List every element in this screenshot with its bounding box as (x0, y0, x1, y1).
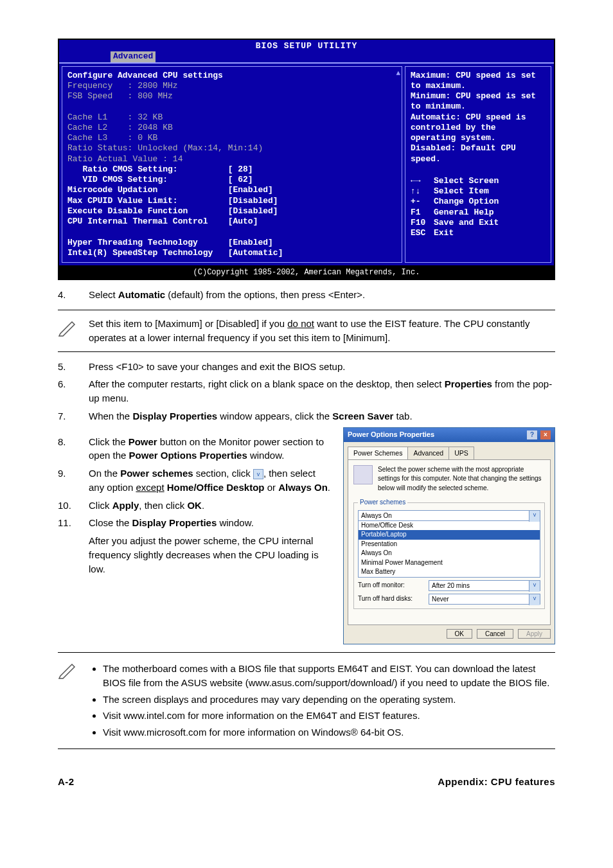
bios-setting-row: Max CPUID Value Limit: [Disabled] (67, 196, 396, 206)
note-item: Visit www.microsoft.com for more informa… (103, 725, 555, 740)
dropdown-option[interactable]: Home/Office Desk (359, 521, 540, 531)
dropdown-option[interactable]: Max Battery (359, 567, 540, 577)
step-text: Click Apply, then click OK. (89, 499, 333, 513)
bios-key-hint: F1General Help (411, 208, 546, 218)
tab-power-schemes[interactable]: Power Schemes (348, 447, 408, 460)
note-item: Visit www.intel.com for more information… (103, 709, 555, 723)
bios-help-text: Maximum: CPU speed is set to maximum. Mi… (411, 71, 546, 164)
bios-setting-row: Intel(R) SpeedStep Technology [Automatic… (67, 248, 396, 258)
step-text: Press <F10> to save your changes and exi… (89, 360, 555, 374)
step-text: After the computer restarts, right click… (89, 377, 555, 405)
bios-info-line: Ratio Actual Value : 14 (67, 154, 396, 164)
power-scheme-select[interactable]: Always On v (358, 510, 540, 521)
note-box: The motherboard comes with a BIOS file t… (58, 652, 555, 749)
step-number: 10. (58, 499, 89, 513)
bios-info-line: Ratio Status: Unlocked (Max:14, Min:14) (67, 143, 396, 154)
scroll-up-icon: ▲ (396, 69, 400, 78)
step-number: 9. (58, 466, 89, 495)
bios-setting-row: CPU Internal Thermal Control [Auto] (67, 217, 396, 227)
bios-info-line: Cache L2 : 2048 KB (67, 123, 396, 133)
chevron-down-icon[interactable]: v (529, 511, 540, 522)
dropdown-icon: v (253, 469, 263, 479)
bios-setting-row: VID CMOS Setting: [ 62] (67, 175, 396, 185)
chevron-down-icon[interactable]: v (529, 594, 540, 605)
note-item: The motherboard comes with a BIOS file t… (103, 662, 555, 690)
apply-button[interactable]: Apply (518, 629, 551, 639)
step-text: Close the Display Properties window. Aft… (89, 516, 333, 576)
note-item: The screen displays and procedures may v… (103, 693, 555, 707)
bios-copyright: (C)Copyright 1985-2002, American Megatre… (58, 267, 555, 280)
cancel-button[interactable]: Cancel (477, 629, 513, 639)
page-footer: A-2 Appendix: CPU features (58, 775, 555, 789)
bios-setting-row: Ratio CMOS Setting: [ 28] (67, 164, 396, 175)
turn-off-disks-select[interactable]: Never v (429, 594, 540, 605)
bios-screenshot: BIOS SETUP UTILITY Advanced ▲ Configure … (58, 39, 555, 267)
bios-info-line: Frequency : 2800 MHz (67, 81, 396, 91)
bios-info-line: Cache L3 : 0 KB (67, 133, 396, 143)
dropdown-option[interactable]: Minimal Power Management (359, 558, 540, 568)
tab-advanced[interactable]: Advanced (407, 447, 449, 460)
dropdown-option[interactable]: Presentation (359, 540, 540, 549)
dialog-description: Select the power scheme with the most ap… (378, 465, 545, 493)
step-number: 5. (58, 360, 89, 374)
bios-title: BIOS SETUP UTILITY (59, 40, 554, 51)
dropdown-option[interactable]: Portable/Laptop (359, 530, 540, 540)
bios-key-hint: F10Save and Exit (411, 218, 546, 228)
section-title: Appendix: CPU features (438, 775, 555, 789)
step-text: Click the Power button on the Monitor po… (89, 435, 333, 463)
note-box: Set this item to [Maximum] or [Disabled]… (58, 310, 555, 352)
dialog-pane: Select the power scheme with the most ap… (348, 459, 551, 625)
bios-info-line (67, 102, 396, 112)
bios-key-hint: ↑↓Select Item (411, 186, 546, 197)
step-number: 6. (58, 377, 89, 405)
bios-info-line: Cache L1 : 32 KB (67, 112, 396, 123)
chevron-down-icon[interactable]: v (529, 581, 540, 592)
note-list: The motherboard comes with a BIOS file t… (103, 662, 555, 740)
power-scheme-dropdown[interactable]: Home/Office DeskPortable/LaptopPresentat… (358, 521, 540, 578)
bios-key-hint: ←→Select Screen (411, 176, 546, 186)
pencil-icon (58, 317, 89, 345)
bios-setting-row: Hyper Threading Technology [Enabled] (67, 238, 396, 248)
note-text: Set this item to [Maximum] or [Disabled]… (89, 317, 555, 345)
bios-setting-row: Microcode Updation [Enabled] (67, 185, 396, 195)
pencil-icon (58, 659, 89, 742)
step-number: 8. (58, 435, 89, 463)
turn-off-monitor-label: Turn off monitor: (358, 581, 429, 590)
bios-setting-row (67, 227, 396, 237)
step-text: On the Power schemes section, click v, t… (89, 466, 333, 495)
bios-right-pane: Maximum: CPU speed is set to maximum. Mi… (405, 66, 551, 263)
power-scheme-icon (353, 465, 373, 484)
help-icon[interactable]: ? (527, 430, 537, 439)
step-number: 4. (58, 288, 89, 302)
power-options-dialog: Power Options Properties ? × Power Schem… (343, 427, 555, 644)
dialog-tabs: Power SchemesAdvancedUPS (344, 442, 555, 459)
turn-off-disks-label: Turn off hard disks: (358, 594, 429, 604)
bios-key-hint: +-Change Option (411, 197, 546, 207)
tab-ups[interactable]: UPS (449, 447, 474, 460)
step-text: When the Display Properties window appea… (89, 409, 555, 423)
dialog-titlebar: Power Options Properties ? × (344, 428, 555, 442)
step-number: 11. (58, 516, 89, 576)
turn-off-monitor-select[interactable]: After 20 mins v (429, 580, 540, 591)
dropdown-option[interactable]: Always On (359, 549, 540, 558)
bios-key-hint: ESCExit (411, 228, 546, 238)
page-number: A-2 (58, 775, 75, 789)
bios-info-line: FSB Speed : 800 MHz (67, 91, 396, 102)
bios-left-pane: ▲ Configure Advanced CPU settings Freque… (62, 66, 402, 263)
bios-heading: Configure Advanced CPU settings (67, 71, 396, 81)
close-icon[interactable]: × (540, 430, 551, 439)
ok-button[interactable]: OK (447, 629, 472, 639)
step-number: 7. (58, 409, 89, 423)
bios-setting-row: Execute Disable Function [Disabled] (67, 206, 396, 217)
step-text: Select Automatic (default) from the opti… (89, 288, 555, 302)
fieldset-legend: Power schemes (358, 498, 407, 508)
dialog-title: Power Options Properties (348, 430, 434, 440)
bios-tab-advanced: Advanced (111, 51, 155, 62)
